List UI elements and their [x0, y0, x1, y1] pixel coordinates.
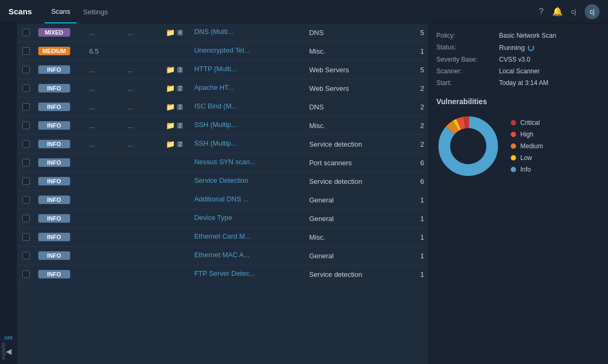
row-checkbox[interactable]: [22, 196, 30, 204]
vuln-name[interactable]: Ethernet MAC A...: [191, 247, 306, 265]
row-checkbox[interactable]: [22, 252, 30, 259]
score-cell: [86, 191, 124, 209]
row-checkbox[interactable]: [22, 159, 30, 166]
vuln-name[interactable]: Apache HT...: [191, 79, 306, 98]
hosts-cell: ...: [124, 79, 163, 98]
medium-dot: [511, 143, 516, 149]
severity-badge: INFO: [38, 251, 70, 260]
vuln-family: Service detection: [306, 265, 395, 284]
low-label: Low: [520, 154, 532, 162]
legend-info: Info: [511, 166, 543, 173]
vuln-family: Web Servers: [306, 61, 395, 79]
vuln-name[interactable]: FTP Server Detec...: [191, 265, 306, 284]
table-row[interactable]: MEDIUM6.5Unencrypted Tel...Misc.1: [17, 42, 427, 61]
vuln-name[interactable]: SSH (Multip...: [191, 135, 306, 154]
folder-icon: 📁: [166, 84, 175, 92]
table-row[interactable]: INFOFTP Server Detec...Service detection…: [17, 265, 427, 284]
table-row[interactable]: INFO......📁2SSH (Multip...Misc.2: [17, 116, 427, 135]
score-cell: ...: [86, 135, 124, 154]
score-cell: [86, 265, 124, 284]
table-row[interactable]: INFOAdditional DNS ...General1: [17, 191, 427, 209]
vuln-name[interactable]: Unencrypted Tel...: [191, 42, 306, 61]
scan-info-grid: Policy: Basic Network Scan Status: Runni…: [436, 32, 599, 87]
vuln-count: 2: [395, 79, 427, 98]
vuln-count: 2: [395, 98, 427, 116]
medium-label: Medium: [520, 142, 543, 150]
vuln-name[interactable]: HTTP (Multi...: [191, 61, 306, 79]
score-cell: ...: [86, 61, 124, 79]
row-checkbox[interactable]: [22, 122, 30, 129]
top-navigation: Scans Scans Settings ? 🔔 cj cj: [0, 0, 608, 23]
policy-label: Policy:: [436, 32, 495, 39]
row-checkbox[interactable]: [22, 103, 30, 111]
vuln-name[interactable]: DNS (Multi...: [191, 23, 306, 42]
chart-area: Critical High Medium Low: [436, 114, 599, 178]
info-label: Info: [520, 166, 531, 173]
more-link[interactable]: ore: [0, 334, 17, 341]
legend-high: High: [511, 131, 543, 138]
hosts-cell: [124, 172, 163, 191]
hosts-cell: [124, 228, 163, 247]
status-label: Status:: [436, 44, 495, 52]
folder-icon: 📁: [166, 28, 175, 37]
table-row[interactable]: INFOService DetectionService detection6: [17, 172, 427, 191]
row-checkbox[interactable]: [22, 47, 30, 55]
vuln-name[interactable]: Device Type: [191, 209, 306, 228]
high-label: High: [520, 131, 534, 138]
severity-badge: MIXED: [38, 28, 70, 37]
severity-badge: INFO: [38, 103, 70, 111]
plugin-count: 3: [177, 67, 183, 73]
row-checkbox[interactable]: [22, 140, 30, 148]
complete-label: mplete: [0, 342, 17, 360]
score-cell: [86, 247, 124, 265]
bell-icon[interactable]: 🔔: [552, 6, 563, 16]
table-row[interactable]: INFOEthernet Card M...Misc.1: [17, 228, 427, 247]
table-row[interactable]: INFO......📁2SSH (Multip...Service detect…: [17, 135, 427, 154]
row-checkbox[interactable]: [22, 270, 30, 278]
svg-point-5: [452, 130, 484, 162]
content-area: MIXED......📁4DNS (Multi...DNS5MEDIUM6.5U…: [17, 23, 608, 364]
critical-dot: [511, 120, 516, 125]
severity-value: CVSS v3.0: [499, 56, 599, 63]
table-row[interactable]: MIXED......📁4DNS (Multi...DNS5: [17, 23, 427, 42]
score-cell: 6.5: [86, 42, 124, 61]
table-row[interactable]: INFODevice TypeGeneral1: [17, 209, 427, 228]
severity-badge: INFO: [38, 140, 70, 148]
vuln-count: 5: [395, 23, 427, 42]
table-row[interactable]: INFO......📁2ISC Bind (M...DNS2: [17, 98, 427, 116]
severity-label: Severity Base:: [436, 56, 495, 63]
plugin-cell: 📁2: [163, 79, 191, 98]
critical-label: Critical: [520, 119, 540, 126]
table-row[interactable]: INFO......📁2Apache HT...Web Servers2: [17, 79, 427, 98]
avatar[interactable]: cj: [585, 4, 599, 19]
plugin-cell: 📁2: [163, 116, 191, 135]
vuln-name[interactable]: Nessus SYN scan...: [191, 154, 306, 172]
tab-scans[interactable]: Scans: [45, 0, 77, 23]
vuln-name[interactable]: Additional DNS ...: [191, 191, 306, 209]
help-icon[interactable]: ?: [539, 7, 544, 16]
row-checkbox[interactable]: [22, 66, 30, 73]
plugin-cell: 📁3: [163, 61, 191, 79]
row-checkbox[interactable]: [22, 233, 30, 241]
table-row[interactable]: INFOEthernet MAC A...General1: [17, 247, 427, 265]
vuln-name[interactable]: SSH (Multip...: [191, 116, 306, 135]
row-checkbox[interactable]: [22, 177, 30, 185]
vuln-name[interactable]: ISC Bind (M...: [191, 98, 306, 116]
vuln-name[interactable]: Ethernet Card M...: [191, 228, 306, 247]
vuln-name[interactable]: Service Detection: [191, 172, 306, 191]
plugin-cell: 📁2: [163, 135, 191, 154]
row-checkbox[interactable]: [22, 215, 30, 222]
vulnerabilities-table-panel[interactable]: MIXED......📁4DNS (Multi...DNS5MEDIUM6.5U…: [17, 23, 427, 364]
start-label: Start:: [436, 79, 495, 87]
row-checkbox[interactable]: [22, 29, 30, 36]
plugin-cell: [163, 247, 191, 265]
vuln-count: 6: [395, 154, 427, 172]
plugin-count: 2: [177, 86, 183, 91]
plugin-cell: [163, 209, 191, 228]
tab-settings[interactable]: Settings: [77, 0, 114, 23]
table-row[interactable]: INFONessus SYN scan...Port scanners6: [17, 154, 427, 172]
row-checkbox[interactable]: [22, 84, 30, 92]
hosts-cell: ...: [124, 23, 163, 42]
table-row[interactable]: INFO......📁3HTTP (Multi...Web Servers5: [17, 61, 427, 79]
main-layout: ore ◀ mplete MIXED......📁4DNS (Multi...D…: [0, 23, 608, 364]
